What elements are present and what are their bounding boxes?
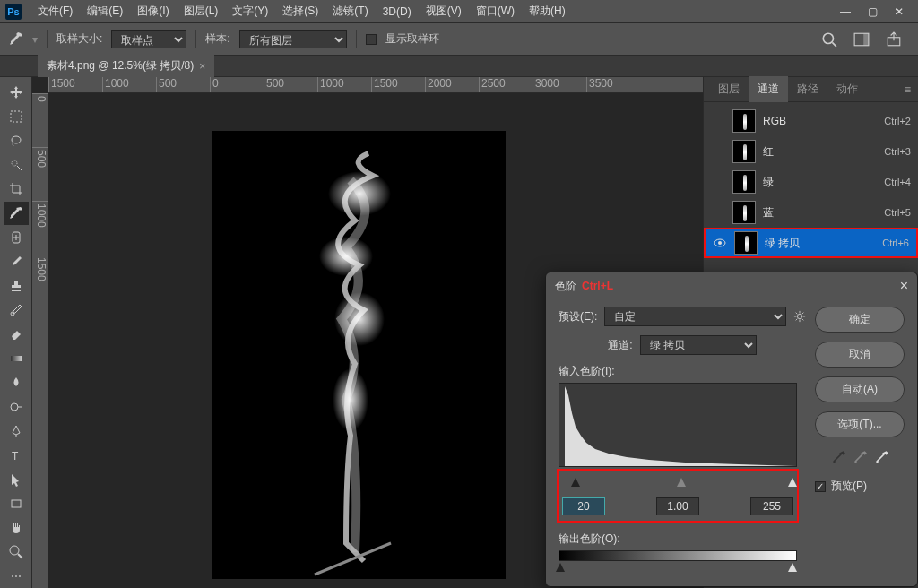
dodge-tool[interactable] (4, 395, 29, 419)
preview-checkbox[interactable] (815, 481, 826, 492)
dialog-annotation: Ctrl+L (582, 280, 613, 292)
hand-tool[interactable] (4, 516, 29, 540)
menu-3d[interactable]: 3D(D) (376, 2, 419, 22)
cancel-button[interactable]: 取消 (815, 342, 905, 368)
minimize-icon[interactable]: — (837, 4, 853, 20)
preset-label: 预设(E): (559, 309, 597, 324)
channel-thumb (732, 140, 756, 163)
channel-row-red[interactable]: 红 Ctrl+3 (704, 136, 918, 167)
channel-row-blue[interactable]: 蓝 Ctrl+5 (704, 197, 918, 228)
zoom-tool[interactable] (4, 540, 29, 564)
output-sliders[interactable] (559, 563, 797, 579)
panel-menu-icon[interactable]: ≡ (897, 80, 918, 99)
ok-button[interactable]: 确定 (815, 307, 905, 333)
tab-channels[interactable]: 通道 (749, 76, 788, 102)
menu-select[interactable]: 选择(S) (275, 0, 325, 22)
channel-row-green-copy[interactable]: 绿 拷贝 Ctrl+6 (704, 228, 918, 258)
channel-select[interactable]: 绿 拷贝 (640, 335, 757, 355)
lasso-tool[interactable] (4, 129, 29, 152)
sample-source-select[interactable]: 所有图层 (239, 30, 347, 48)
document-tab[interactable]: 素材4.png @ 12.5%(绿 拷贝/8) × (38, 55, 214, 77)
dialog-close-icon[interactable]: × (900, 278, 908, 294)
white-point-slider[interactable] (788, 478, 797, 487)
maximize-icon[interactable]: ▢ (864, 4, 880, 20)
document-tab-title: 素材4.png @ 12.5%(绿 拷贝/8) (47, 58, 194, 74)
channel-list: RGB Ctrl+2 红 Ctrl+3 绿 Ctrl+4 蓝 Ctrl+5 (704, 102, 918, 262)
auto-button[interactable]: 自动(A) (815, 376, 905, 402)
output-gradient[interactable] (559, 550, 797, 561)
menu-help[interactable]: 帮助(H) (522, 0, 573, 22)
document-tab-bar: 素材4.png @ 12.5%(绿 拷贝/8) × (0, 56, 918, 77)
workspace-icon[interactable] (853, 31, 870, 48)
preset-select[interactable]: 自定 (604, 307, 786, 326)
channel-thumb (734, 231, 758, 255)
eyedropper-black-icon[interactable] (830, 450, 846, 466)
move-tool[interactable] (4, 81, 29, 104)
visibility-toggle[interactable] (711, 175, 725, 189)
sample-size-label: 取样大小: (56, 31, 102, 47)
sample-size-select[interactable]: 取样点 (111, 30, 186, 48)
pen-tool[interactable] (4, 419, 29, 443)
share-icon[interactable] (886, 31, 902, 48)
menu-image[interactable]: 图像(I) (130, 0, 176, 22)
out-white-slider[interactable] (788, 563, 797, 572)
input-sliders[interactable] (562, 478, 801, 494)
rectangle-tool[interactable] (4, 492, 29, 515)
stamp-tool[interactable] (4, 274, 29, 298)
heal-tool[interactable] (4, 226, 29, 249)
svg-point-10 (11, 403, 18, 411)
eyedropper-gray-icon[interactable] (852, 450, 868, 466)
visibility-toggle[interactable] (713, 236, 727, 250)
input-gamma-field[interactable] (656, 497, 699, 515)
eraser-tool[interactable] (4, 323, 29, 346)
dialog-titlebar[interactable]: 色阶 Ctrl+L × (546, 272, 917, 299)
midpoint-slider[interactable] (677, 478, 686, 487)
tab-paths[interactable]: 路径 (788, 76, 827, 102)
tab-layers[interactable]: 图层 (709, 76, 749, 102)
crop-tool[interactable] (4, 177, 29, 201)
channel-row-green[interactable]: 绿 Ctrl+4 (704, 167, 918, 197)
menu-filter[interactable]: 滤镜(T) (325, 0, 375, 22)
menu-layer[interactable]: 图层(L) (177, 0, 226, 22)
input-white-field[interactable] (750, 497, 793, 515)
channel-label: 通道: (608, 338, 632, 353)
channel-row-rgb[interactable]: RGB Ctrl+2 (704, 106, 918, 136)
blur-tool[interactable] (4, 371, 29, 394)
document-canvas[interactable] (212, 131, 506, 579)
levels-dialog[interactable]: 色阶 Ctrl+L × 预设(E): 自定 通道: 绿 拷贝 输入色阶(I): (545, 272, 918, 587)
channel-name: 绿 (763, 175, 877, 190)
menu-edit[interactable]: 编辑(E) (80, 0, 130, 22)
brush-tool[interactable] (4, 250, 29, 273)
visibility-toggle[interactable] (711, 205, 725, 220)
eyedropper-white-icon[interactable] (873, 450, 889, 466)
visibility-toggle[interactable] (711, 144, 725, 159)
path-select-tool[interactable] (4, 468, 29, 491)
menu-file[interactable]: 文件(F) (30, 0, 80, 22)
history-brush-tool[interactable] (4, 298, 29, 322)
black-point-slider[interactable] (571, 478, 580, 487)
histogram[interactable] (559, 383, 797, 467)
marquee-tool[interactable] (4, 105, 29, 128)
svg-point-15 (319, 237, 373, 276)
ruler-horizontal: 150010005000500100015002000250030003500 (48, 77, 703, 93)
out-black-slider[interactable] (556, 563, 565, 572)
input-black-field[interactable] (562, 497, 605, 515)
search-icon[interactable] (821, 31, 837, 48)
gear-icon[interactable] (793, 310, 806, 323)
gradient-tool[interactable] (4, 347, 29, 370)
menu-view[interactable]: 视图(V) (419, 0, 469, 22)
menu-window[interactable]: 窗口(W) (469, 0, 522, 22)
visibility-toggle[interactable] (711, 114, 725, 128)
tab-close-icon[interactable]: × (199, 60, 205, 73)
type-tool[interactable]: T (4, 444, 29, 467)
tab-actions[interactable]: 动作 (827, 76, 867, 102)
eyedropper-tool[interactable] (4, 202, 29, 225)
svg-point-17 (333, 368, 368, 431)
menu-type[interactable]: 文字(Y) (225, 0, 275, 22)
window-controls: — ▢ ✕ (837, 4, 913, 20)
close-icon[interactable]: ✕ (891, 4, 907, 20)
quick-select-tool[interactable] (4, 153, 29, 177)
options-button[interactable]: 选项(T)... (815, 411, 905, 437)
show-ring-checkbox[interactable] (366, 34, 377, 45)
toolbar-more[interactable]: ⋯ (4, 565, 29, 588)
